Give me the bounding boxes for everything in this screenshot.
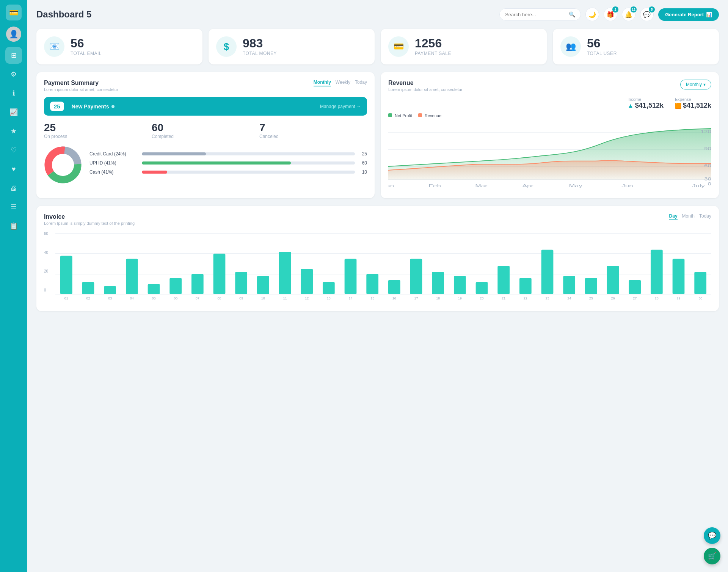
cart-fab[interactable]: 🛒 [704, 548, 720, 564]
bar-8 [235, 272, 247, 294]
gift-badge: 2 [612, 6, 618, 13]
sidebar-item-info[interactable]: ℹ [5, 85, 22, 102]
sidebar-item-heart[interactable]: ♥ [5, 161, 22, 177]
income-stat: Income ▲ $41,512k [628, 97, 664, 110]
sidebar-item-settings[interactable]: ⚙ [5, 66, 22, 83]
stat-payment-info: 1256 PAYMENT SALE [415, 37, 451, 56]
bar-6 [191, 274, 204, 294]
bar-row-credit: Credit Card (24%) 25 [89, 151, 367, 157]
stat-card-money: $ 983 TOTAL MONEY [209, 29, 375, 64]
money-icon: $ [216, 36, 237, 57]
svg-text:Mar: Mar [475, 183, 487, 188]
sidebar-item-dashboard[interactable]: ⊞ [5, 47, 22, 64]
y-label-20: 20 [44, 269, 48, 273]
payment-sale-label: PAYMENT SALE [415, 51, 451, 56]
invoice-header: Invoice Lorem Ipsum is simply dummy text… [44, 213, 711, 226]
bar-val-upi: 60 [358, 160, 367, 166]
bar-chart-icon: 📊 [706, 12, 712, 17]
bell-btn[interactable]: 🔔 12 [622, 8, 635, 21]
completed-num: 60 [152, 122, 259, 134]
stat-email-info: 56 TOTAL EMAIL [71, 37, 102, 56]
user-avatar[interactable]: 👤 [6, 27, 21, 42]
new-payments-count: 25 [50, 102, 64, 111]
invoice-tab-today[interactable]: Today [699, 213, 711, 220]
payment-summary-tabs: Monthly Weekly Today [314, 80, 367, 86]
search-icon: 🔍 [569, 11, 575, 17]
invoice-bar-chart: 0102030405060708091011121314151617181920… [55, 232, 711, 304]
chat-fab[interactable]: 💬 [704, 527, 720, 544]
expense-amount: $41,512k [683, 102, 711, 110]
y-label-60: 60 [44, 232, 48, 236]
tab-today[interactable]: Today [355, 80, 367, 86]
sidebar-item-heart-outline[interactable]: ♡ [5, 142, 22, 158]
bar-19 [476, 282, 488, 294]
bar-0 [60, 256, 72, 294]
svg-text:Jun: Jun [621, 183, 633, 188]
generate-label: Generate Report [665, 12, 704, 17]
bar-26 [629, 280, 641, 294]
sidebar-logo[interactable]: 💳 [6, 5, 22, 20]
sidebar-item-star[interactable]: ★ [5, 123, 22, 139]
sidebar-item-print[interactable]: 🖨 [5, 180, 22, 196]
svg-text:25: 25 [589, 296, 593, 300]
bar-11 [301, 269, 313, 294]
invoice-chart-container: 60 40 20 0 01020304050607080910111213141… [44, 232, 711, 304]
bar-fill-credit [142, 152, 206, 155]
payment-summary-subtitle: Lorem ipsum dolor sit amet, consectetur [44, 87, 118, 92]
invoice-tab-month[interactable]: Month [682, 213, 695, 220]
svg-text:19: 19 [458, 296, 462, 300]
svg-text:07: 07 [196, 296, 199, 300]
pay-stat-completed: 60 Completed [152, 122, 259, 139]
svg-text:11: 11 [283, 296, 287, 300]
on-process-label: On process [44, 134, 152, 139]
chat-badge: 5 [649, 6, 655, 13]
on-process-num: 25 [44, 122, 152, 134]
bar-row-upi: UPI ID (41%) 60 [89, 160, 367, 166]
invoice-subtitle: Lorem Ipsum is simply dummy text of the … [44, 221, 135, 226]
revenue-monthly-btn[interactable]: Monthly ▾ [680, 80, 711, 89]
bar-9 [257, 276, 269, 294]
expense-label: Expense [675, 97, 711, 102]
sidebar-item-document[interactable]: 📋 [5, 218, 22, 234]
bar-14 [366, 274, 378, 294]
bell-icon: 🔔 [625, 11, 632, 18]
manage-payment-link[interactable]: Manage payment → [320, 104, 361, 109]
bar-fill-cash [142, 171, 167, 174]
svg-text:30: 30 [704, 177, 711, 181]
completed-label: Completed [152, 134, 259, 139]
income-val: ▲ $41,512k [628, 102, 664, 110]
svg-text:01: 01 [64, 296, 68, 300]
stat-card-email: 📧 56 TOTAL EMAIL [36, 29, 202, 64]
fab-container: 💬 🛒 [704, 527, 720, 564]
invoice-tab-day[interactable]: Day [669, 213, 678, 220]
tab-monthly[interactable]: Monthly [314, 80, 331, 86]
np-dot [111, 105, 115, 108]
sidebar-item-list[interactable]: ☰ [5, 199, 22, 215]
bar-21 [519, 278, 532, 294]
bar-28 [673, 259, 685, 294]
svg-text:06: 06 [174, 296, 177, 300]
search-box[interactable]: 🔍 [499, 8, 581, 20]
payment-icon: 💳 [388, 36, 409, 57]
bar-val-credit: 25 [358, 151, 367, 157]
header: Dashboard 5 🔍 🌙 🎁 2 🔔 12 💬 5 Gen [36, 8, 719, 21]
total-user-num: 56 [587, 37, 617, 49]
total-money-num: 983 [243, 37, 277, 49]
stat-card-user: 👥 56 TOTAL USER [553, 29, 719, 64]
svg-text:17: 17 [414, 296, 418, 300]
payment-bars: Credit Card (24%) 25 UPI ID (41%) 60 [89, 151, 367, 179]
revenue-legend: Net Profit Revenue [388, 113, 711, 118]
total-email-label: TOTAL EMAIL [71, 51, 102, 56]
tab-weekly[interactable]: Weekly [336, 80, 350, 86]
dark-mode-btn[interactable]: 🌙 [585, 8, 599, 21]
sidebar-item-chart[interactable]: 📈 [5, 104, 22, 121]
bar-3 [126, 259, 138, 294]
bar-label-cash: Cash (41%) [89, 169, 139, 175]
chat-btn[interactable]: 💬 5 [640, 8, 654, 21]
svg-text:03: 03 [108, 296, 112, 300]
total-money-label: TOTAL MONEY [243, 51, 277, 56]
gift-btn[interactable]: 🎁 2 [604, 8, 617, 21]
generate-report-button[interactable]: Generate Report 📊 [658, 8, 719, 21]
search-input[interactable] [505, 12, 566, 17]
pay-stat-onprocess: 25 On process [44, 122, 152, 139]
